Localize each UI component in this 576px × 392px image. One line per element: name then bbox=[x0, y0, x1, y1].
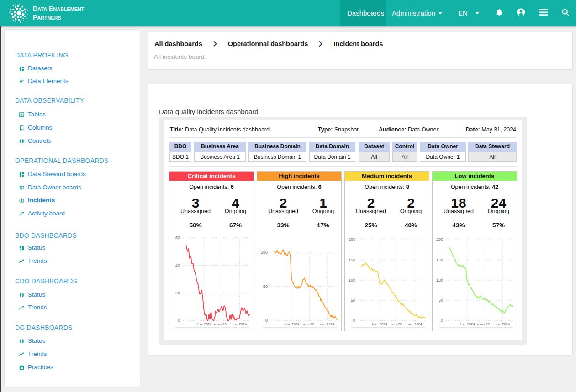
svg-text:60: 60 bbox=[175, 235, 180, 240]
svg-text:0: 0 bbox=[441, 318, 443, 323]
svg-text:50: 50 bbox=[439, 298, 443, 303]
svg-text:150: 150 bbox=[349, 258, 355, 262]
svg-text:avr. 2024: avr. 2024 bbox=[496, 322, 510, 326]
svg-text:avr. 2024: avr. 2024 bbox=[233, 322, 247, 326]
svg-text:févr. 2024: févr. 2024 bbox=[372, 322, 387, 326]
svg-text:avr. 2024: avr. 2024 bbox=[320, 322, 334, 326]
svg-text:200: 200 bbox=[436, 237, 443, 242]
svg-text:100: 100 bbox=[261, 250, 268, 255]
svg-text:0: 0 bbox=[265, 318, 268, 323]
svg-text:mars 20...: mars 20... bbox=[477, 322, 492, 326]
svg-text:févr. 2024: févr. 2024 bbox=[460, 322, 475, 326]
svg-text:févr. 2024: févr. 2024 bbox=[197, 322, 212, 326]
svg-text:100: 100 bbox=[436, 278, 443, 282]
svg-text:200: 200 bbox=[349, 237, 355, 242]
svg-text:50: 50 bbox=[351, 298, 355, 303]
svg-text:0: 0 bbox=[178, 318, 180, 323]
svg-text:févr. 2024: févr. 2024 bbox=[285, 322, 300, 326]
svg-text:20: 20 bbox=[175, 291, 180, 295]
svg-text:50: 50 bbox=[263, 284, 268, 289]
svg-text:40: 40 bbox=[175, 263, 180, 268]
svg-text:0: 0 bbox=[353, 318, 355, 323]
svg-text:mars 20...: mars 20... bbox=[302, 322, 317, 326]
svg-text:avr. 2024: avr. 2024 bbox=[408, 322, 422, 326]
svg-text:150: 150 bbox=[436, 258, 443, 262]
svg-text:mars 20...: mars 20... bbox=[390, 322, 405, 326]
svg-text:100: 100 bbox=[349, 278, 355, 282]
svg-text:mars 20...: mars 20... bbox=[214, 322, 229, 326]
